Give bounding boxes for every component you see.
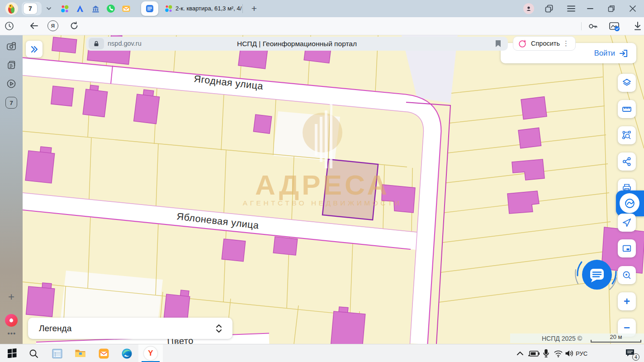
- windows-taskbar: Y РУС 10:49 04.07.2025 4: [0, 344, 644, 362]
- yandex-services-button[interactable]: Я: [47, 20, 58, 31]
- bookmark-flag-icon[interactable]: [495, 40, 502, 48]
- toolbar-divider: [581, 22, 582, 30]
- tray-expand-icon[interactable]: [516, 351, 524, 356]
- profile-badge[interactable]: [523, 3, 534, 14]
- mail-envelope-icon: [122, 4, 131, 13]
- tab-group-chip[interactable]: 7: [22, 2, 42, 15]
- back-icon[interactable]: [29, 21, 39, 30]
- browser-profile-avatar[interactable]: [5, 2, 18, 15]
- scale-label: 20 м: [591, 334, 641, 340]
- layers-icon: [622, 78, 632, 88]
- picture-in-picture-icon: [622, 243, 632, 253]
- ask-sparkle-icon: [518, 39, 527, 48]
- pinned-tab-maps[interactable]: [75, 4, 85, 14]
- tab-group-chevron-icon[interactable]: [46, 6, 52, 11]
- spatial-search-button[interactable]: [618, 126, 636, 144]
- share-button[interactable]: [618, 152, 636, 171]
- browser-sidebar: 7 + •••: [0, 35, 23, 362]
- chat-assistant-button[interactable]: [572, 250, 622, 300]
- pinned-tab-gov[interactable]: [90, 4, 100, 14]
- whatsapp-icon: [106, 4, 115, 13]
- play-video-icon[interactable]: [6, 79, 16, 89]
- window-minimize-icon[interactable]: [587, 8, 593, 10]
- tab-strip: 7: [0, 0, 644, 17]
- microphone-icon[interactable]: [543, 349, 549, 358]
- assistant-bubble: [620, 193, 639, 213]
- taskbar-mail-icon[interactable]: [98, 348, 109, 359]
- ask-ai-button[interactable]: Спросить ⋮: [513, 36, 576, 51]
- yandex-browser-icon: Y: [144, 347, 157, 360]
- taskbar-app-document-icon[interactable]: [52, 348, 63, 359]
- tab-counter-label: 7: [9, 100, 13, 106]
- attribution-text: НСПД 2025 ©: [542, 335, 582, 342]
- legend-panel[interactable]: Легенда: [28, 318, 232, 339]
- person-icon: [526, 5, 532, 12]
- watermark-title: АДРЕСА: [255, 169, 390, 200]
- tabs-overview-icon[interactable]: [545, 4, 554, 13]
- speaker-icon[interactable]: [565, 349, 574, 357]
- measure-button[interactable]: [618, 100, 636, 118]
- expand-panel-button[interactable]: [26, 41, 43, 57]
- add-panel-icon[interactable]: +: [6, 292, 16, 302]
- page-title: НСПД | Геоинформационный портал: [86, 40, 508, 48]
- active-pinned-tab-nspd[interactable]: [141, 1, 158, 16]
- login-label: Войти: [594, 49, 615, 57]
- spatial-search-icon: [622, 130, 632, 140]
- window-close-icon[interactable]: [629, 5, 636, 12]
- window-restore-icon[interactable]: [608, 5, 615, 12]
- sketch-map-icon: [624, 197, 636, 210]
- pinned-tab-whatsapp[interactable]: [106, 4, 116, 14]
- sidebar-tab-counter[interactable]: 7: [5, 97, 17, 109]
- cadastral-map[interactable]: АДРЕСА АГЕНТСТВО НЕДВИЖИМОСТИ Ягодная ул…: [23, 35, 644, 344]
- file-explorer-icon[interactable]: [75, 348, 86, 358]
- tab-favicon-avito[interactable]: [164, 4, 174, 14]
- ask-menu-dots-icon[interactable]: ⋮: [563, 39, 569, 48]
- my-location-button[interactable]: [618, 214, 636, 232]
- avito-dots-icon: [165, 5, 173, 13]
- alice-blob: [8, 317, 14, 324]
- blue-a-icon: [76, 5, 84, 13]
- tab-title[interactable]: 2-к. квартира, 61,3 м², 4/1: [175, 5, 242, 12]
- taskbar-yandex-active-tile[interactable]: Y: [138, 344, 163, 362]
- navigation-arrow-icon: [622, 218, 632, 228]
- address-bar[interactable]: nspd.gov.ru НСПД | Геоинформационный пор…: [86, 37, 508, 51]
- edge-browser-icon[interactable]: [121, 348, 133, 359]
- menu-hamburger-icon[interactable]: [567, 5, 575, 12]
- plus-icon: +: [624, 296, 630, 307]
- pinned-tab-mail[interactable]: [121, 4, 131, 14]
- new-tab-button[interactable]: +: [248, 2, 260, 15]
- ya-letter: Я: [51, 23, 55, 29]
- layers-button[interactable]: [618, 74, 636, 92]
- government-building-icon: [91, 5, 100, 13]
- yandex-letter: Y: [148, 349, 153, 358]
- history-clock-icon[interactable]: [5, 21, 14, 31]
- minus-icon: −: [624, 322, 630, 333]
- screenshot-tool-icon[interactable]: [609, 21, 620, 32]
- assistant-widget[interactable]: [616, 191, 644, 216]
- start-button-icon[interactable]: [7, 348, 17, 358]
- battery-icon[interactable]: [528, 350, 540, 357]
- watermark-subtitle: АГЕНТСТВО НЕДВИЖИМОСТИ: [243, 199, 402, 207]
- download-icon[interactable]: [633, 21, 642, 31]
- browser-toolbar: Я nspd.gov.ru НСПД | Геоинформационный п…: [0, 17, 644, 35]
- pinned-tab-avito[interactable]: [60, 4, 70, 14]
- password-key-icon[interactable]: [588, 21, 598, 31]
- chevron-up-down-icon[interactable]: [215, 324, 223, 333]
- refresh-icon[interactable]: [70, 21, 79, 30]
- share-icon: [622, 157, 632, 167]
- double-chevron-right-icon: [30, 45, 39, 54]
- news-feed-icon[interactable]: [6, 60, 16, 70]
- desktop: { "tabstrip": { "group_count": "7", "tab…: [0, 0, 644, 362]
- screenshot-icon[interactable]: [6, 42, 16, 52]
- scale-bar: 20 м: [591, 334, 641, 343]
- sidebar-more-icon[interactable]: •••: [6, 329, 18, 337]
- nspd-document-icon: [145, 4, 154, 13]
- language-indicator[interactable]: РУС: [576, 350, 587, 357]
- wifi-icon[interactable]: [554, 350, 563, 357]
- ruler-icon: [622, 104, 632, 114]
- attribution-strip: НСПД 2025 © 20 м: [510, 333, 644, 343]
- taskbar-search-icon[interactable]: [29, 349, 38, 358]
- alice-assistant-icon[interactable]: [5, 314, 18, 327]
- magnifier-pin-icon: [622, 270, 632, 280]
- tab-separator: [242, 4, 243, 13]
